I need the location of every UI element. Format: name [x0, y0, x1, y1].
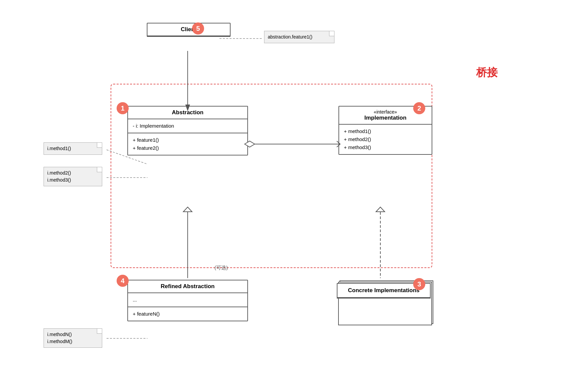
- abstraction-header: Abstraction: [128, 107, 247, 119]
- note-method1: i.method1(): [44, 142, 102, 155]
- implementation-methods: + method1() + method2() + method3(): [339, 125, 432, 154]
- client-box: Client: [147, 23, 231, 37]
- note-methodNM: i.methodN() i.methodM(): [44, 328, 102, 348]
- optional-label: (可选): [214, 265, 228, 271]
- abstraction-fields: - i: Implementation: [128, 119, 247, 133]
- client-note: abstraction.feature1(): [264, 31, 334, 43]
- bridge-label: 桥接: [476, 65, 498, 80]
- refined-abstraction-body: ...: [128, 293, 247, 307]
- diagram-container: 桥接 5 Client abstraction.feature1() 1 Abs…: [0, 0, 563, 392]
- badge-2: 2: [413, 102, 425, 114]
- refined-abstraction-box: Refined Abstraction ... + featureN(): [127, 280, 248, 321]
- badge-4: 4: [117, 275, 129, 287]
- badge-1: 1: [117, 102, 129, 114]
- note-method23: i.method2() i.method3(): [44, 167, 102, 186]
- badge-3: 3: [413, 278, 425, 290]
- refined-abstraction-header: Refined Abstraction: [128, 280, 247, 293]
- client-header: Client: [147, 23, 230, 36]
- refined-abstraction-methods: + featureN(): [128, 307, 247, 321]
- abstraction-box: Abstraction - i: Implementation + featur…: [127, 106, 248, 155]
- badge-5: 5: [192, 22, 204, 35]
- abstraction-methods: + feature1() + feature2(): [128, 133, 247, 155]
